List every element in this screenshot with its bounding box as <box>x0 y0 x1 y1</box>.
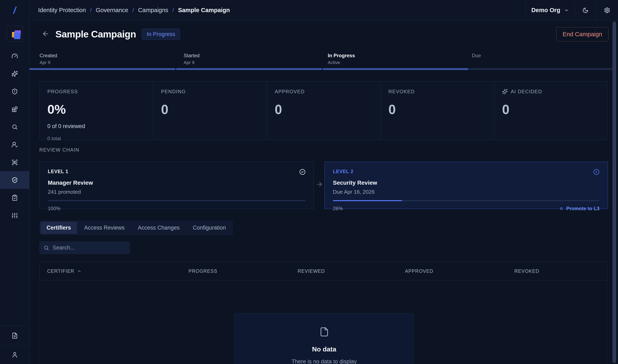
search-icon <box>43 245 49 251</box>
tab-certifiers[interactable]: Certifiers <box>40 222 77 234</box>
search-icon <box>12 124 18 130</box>
column-header-reviewed[interactable]: REVIEWED <box>298 269 405 274</box>
stat-card-revoked: REVOKED 0 <box>380 81 494 140</box>
settings-button[interactable] <box>596 0 618 20</box>
sidebar-item-dashboard[interactable] <box>0 47 29 65</box>
breadcrumb-campaigns[interactable]: Campaigns <box>138 7 168 13</box>
stat-value: 0 <box>161 102 259 117</box>
breadcrumb-separator: / <box>173 7 174 13</box>
level-subtitle: Due Apr 16, 2026 <box>333 189 599 195</box>
sidebar-item-docs[interactable] <box>0 326 29 345</box>
theme-toggle[interactable] <box>575 0 596 20</box>
timeline-segment <box>469 68 615 70</box>
main-content: Sample Campaign In Progress End Campaign… <box>29 21 618 364</box>
clipboard-check-icon <box>12 195 18 201</box>
stat-value: 0 <box>275 102 373 117</box>
tab-configuration[interactable]: Configuration <box>187 222 232 234</box>
sliders-icon <box>12 212 18 219</box>
stats-row: PROGRESS 0% 0 of 0 reviewed 0 total PEND… <box>39 81 608 140</box>
review-chain-heading: REVIEW CHAIN <box>39 147 79 153</box>
moon-icon <box>582 7 589 13</box>
column-header-revoked[interactable]: REVOKED <box>514 269 608 274</box>
arrow-right-icon <box>316 181 324 188</box>
review-level-1-card: LEVEL 1 Manager Review 241 promoted 100% <box>39 162 314 209</box>
level-subtitle: 241 promoted <box>48 189 306 195</box>
tab-access-changes[interactable]: Access Changes <box>132 222 186 234</box>
sidebar-item-reviews[interactable] <box>0 189 29 207</box>
level-tag: LEVEL 2 <box>333 169 353 174</box>
sidebar-item-detections[interactable] <box>0 153 29 171</box>
timeline-segment <box>29 68 175 70</box>
timeline-segment <box>323 68 469 70</box>
timeline-stage-due: Due <box>471 49 615 65</box>
level-title: Manager Review <box>48 180 306 186</box>
stat-label: REVOKED <box>388 89 415 94</box>
stat-label: APPROVED <box>275 89 305 94</box>
org-name: Demo Org <box>531 7 560 13</box>
sort-ascending-icon <box>77 269 81 273</box>
stat-card-pending: PENDING 0 <box>153 81 267 140</box>
brand-slash-logo[interactable]: / <box>0 0 29 21</box>
timeline-stage-in-progress: In Progress Active <box>327 49 471 65</box>
stat-label: PROGRESS <box>47 89 78 94</box>
sidebar-item-identities[interactable] <box>0 136 29 153</box>
level-progress-fill <box>333 200 402 201</box>
chevrons-up-icon <box>559 206 564 211</box>
end-campaign-button[interactable]: End Campaign <box>556 27 608 41</box>
user-icon <box>12 352 18 358</box>
file-text-icon <box>12 333 18 339</box>
circle-dot-icon <box>593 169 599 175</box>
sidebar-item-ai[interactable] <box>0 65 29 83</box>
breadcrumb-separator: / <box>133 7 134 13</box>
level-progress-fill <box>48 200 306 201</box>
breadcrumb-governance[interactable]: Governance <box>96 7 128 13</box>
level-percent: 100% <box>48 206 60 211</box>
empty-state: No data There is no data to display <box>234 313 414 364</box>
shield-alert-icon <box>12 88 18 95</box>
certifier-search[interactable] <box>39 241 130 254</box>
stat-subtext: 0 of 0 reviewed <box>47 123 145 130</box>
campaign-timeline: Created Apr 9 Started Apr 9 In Progress … <box>29 49 615 70</box>
level-percent: 26% <box>333 206 343 211</box>
timeline-progress-bar <box>29 68 615 70</box>
blocks-icon <box>12 106 18 112</box>
timeline-stage-started: Started Apr 9 <box>183 49 327 65</box>
sidebar-item-filters[interactable] <box>0 207 29 224</box>
stat-card-progress: PROGRESS 0% 0 of 0 reviewed 0 total <box>40 81 153 140</box>
column-header-certifier[interactable]: CERTIFIER <box>47 269 188 274</box>
sidebar-item-governance[interactable] <box>0 171 29 189</box>
org-selector[interactable]: Demo Org <box>525 0 575 20</box>
back-button[interactable] <box>42 30 50 38</box>
sidebar-item-modules[interactable] <box>0 100 29 118</box>
promote-to-l3-button[interactable]: Promote to L3 <box>559 206 599 211</box>
review-level-2-card: LEVEL 2 Security Review Due Apr 16, 2026… <box>324 162 608 209</box>
level-title: Security Review <box>333 180 599 186</box>
detail-tabs: Certifiers Access Reviews Access Changes… <box>39 221 233 235</box>
breadcrumb: Identity Protection / Governance / Campa… <box>29 7 230 13</box>
gear-icon <box>604 7 610 13</box>
stat-card-approved: APPROVED 0 <box>267 81 380 140</box>
breadcrumb-identity-protection[interactable]: Identity Protection <box>38 7 86 13</box>
app-logo[interactable] <box>7 26 23 42</box>
column-header-approved[interactable]: APPROVED <box>405 269 514 274</box>
search-input[interactable] <box>53 245 126 251</box>
column-header-progress[interactable]: PROGRESS <box>188 269 298 274</box>
tab-access-reviews[interactable]: Access Reviews <box>78 222 131 234</box>
sidebar-item-profile[interactable] <box>0 345 29 364</box>
sidebar-item-threats[interactable] <box>0 83 29 100</box>
stat-value: 0 <box>388 102 486 117</box>
vertical-scrollbar[interactable] <box>612 21 616 363</box>
certifier-table-header: CERTIFIER PROGRESS REVIEWED APPROVED REV… <box>39 262 608 280</box>
sidebar-item-search[interactable] <box>0 118 29 136</box>
empty-state-title: No data <box>312 345 336 353</box>
level-progress-track <box>48 200 306 201</box>
logo-square-blue <box>14 33 20 39</box>
breadcrumb-current: Sample Campaign <box>178 7 230 13</box>
review-chain: LEVEL 1 Manager Review 241 promoted 100%… <box>39 162 608 209</box>
file-icon <box>319 327 329 337</box>
sparkles-icon <box>502 89 508 94</box>
level-progress-track <box>333 200 599 201</box>
timeline-stage-created: Created Apr 9 <box>29 49 183 65</box>
sparkles-icon <box>12 71 18 77</box>
stat-value: 0 <box>502 102 600 117</box>
